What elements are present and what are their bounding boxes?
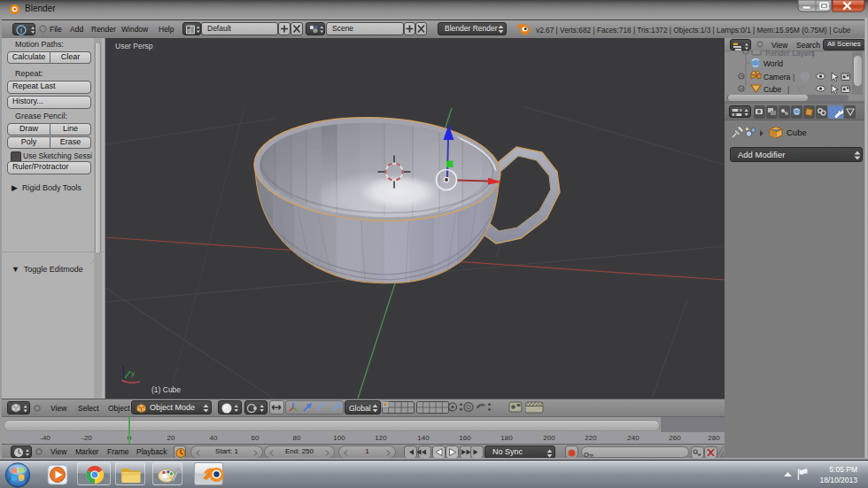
svg-text:Camera: Camera bbox=[763, 73, 791, 81]
svg-text:|: | bbox=[793, 73, 794, 81]
svg-text:Cube: Cube bbox=[763, 85, 782, 94]
svg-text:|: | bbox=[812, 50, 814, 58]
svg-text:Render Layers: Render Layers bbox=[765, 50, 815, 58]
svg-text:y: y bbox=[131, 369, 135, 377]
svg-text:User Persp: User Persp bbox=[115, 42, 153, 50]
svg-text:(1) Cube: (1) Cube bbox=[151, 385, 181, 394]
svg-text:World: World bbox=[763, 59, 783, 68]
svg-text:Cube: Cube bbox=[787, 128, 807, 137]
svg-text:i: i bbox=[20, 27, 22, 35]
svg-text:|: | bbox=[787, 85, 789, 94]
